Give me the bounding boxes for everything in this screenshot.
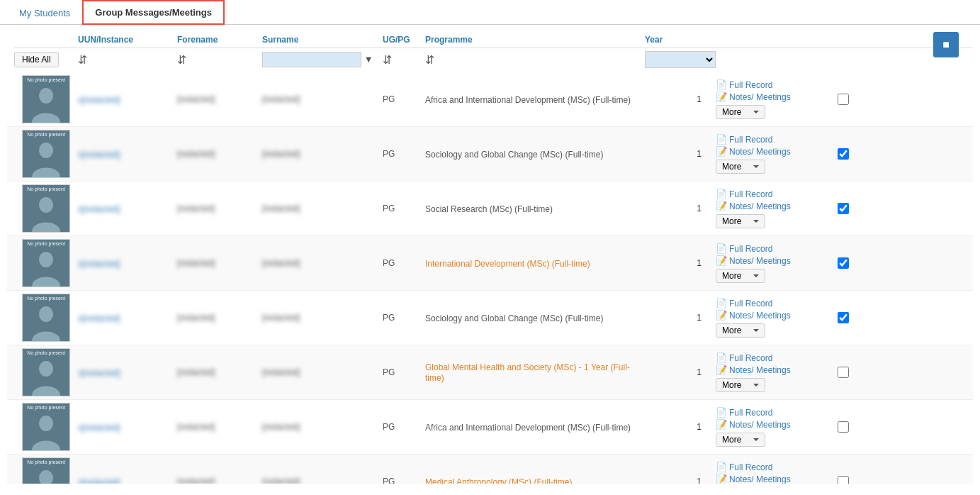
more-button[interactable]: More [716,433,765,447]
notes-meetings-link[interactable]: 📝 Notes/ Meetings [716,310,829,321]
ugpg-cell: PG [383,422,425,432]
actions-cell: 📄 Full Record 📝 Notes/ Meetings More [716,462,829,484]
ugpg-sort-icon[interactable]: ⇵ [383,54,392,66]
full-record-link[interactable]: 📄 Full Record [716,462,829,472]
avatar-silhouette [30,139,62,177]
notes-meetings-link[interactable]: 📝 Notes/ Meetings [716,91,829,102]
year-filter[interactable]: 1 2 [645,51,716,68]
more-button[interactable]: More [716,269,765,283]
uun-link[interactable]: s[redacted] [78,368,120,378]
hide-all-button[interactable]: Hide All [14,52,59,67]
avatar-cell: No photo present [14,239,78,287]
year-cell: 1 [645,367,716,377]
surname-cell: [redacted] [262,258,383,268]
more-button[interactable]: More [716,214,765,228]
avatar-silhouette [30,248,62,287]
header-programme: Programme [425,35,645,45]
full-record-link[interactable]: 📄 Full Record [716,189,829,199]
uun-cell: s[redacted] [78,94,177,105]
full-record-link[interactable]: 📄 Full Record [716,243,829,254]
header-forename: Forename [177,35,262,45]
surname-filter-icon[interactable]: ▼ [364,54,373,65]
svg-point-6 [39,416,53,431]
uun-sort-icon[interactable]: ⇵ [78,54,87,66]
group-icon: ■ [942,38,950,50]
uun-link[interactable]: s[redacted] [78,477,120,484]
full-record-link[interactable]: 📄 Full Record [716,298,829,308]
full-record-link[interactable]: 📄 Full Record [716,352,829,363]
programme-link[interactable]: International Development (MSc) (Full-ti… [425,259,590,269]
actions-cell: 📄 Full Record 📝 Notes/ Meetings More [716,189,829,228]
group-action-button[interactable]: ■ [933,32,959,57]
surname-cell: [redacted] [262,367,383,377]
notes-meetings-link[interactable]: 📝 Notes/ Meetings [716,201,829,211]
avatar-silhouette [30,194,62,232]
uun-cell: s[redacted] [78,258,177,269]
more-button[interactable]: More [716,105,765,119]
full-record-icon: 📄 [716,189,727,199]
student-checkbox[interactable] [838,257,849,269]
uun-link[interactable]: s[redacted] [78,95,120,105]
more-button[interactable]: More [716,323,765,338]
tab-group-messages[interactable]: Group Messages/Meetings [82,0,225,25]
programme-link[interactable]: Sociology and Global Change (MSc) (Full-… [425,313,603,323]
uun-cell: s[redacted] [78,149,177,160]
uun-link[interactable]: s[redacted] [78,204,120,214]
students-scroll-container[interactable]: No photo present s[redacted] [redacted] … [7,72,973,484]
programme-link[interactable]: Africa and International Development (MS… [425,95,631,105]
notes-meetings-link[interactable]: 📝 Notes/ Meetings [716,365,829,375]
forename-sort-icon[interactable]: ⇵ [177,54,186,66]
programme-link[interactable]: Sociology and Global Change (MSc) (Full-… [425,150,603,160]
student-checkbox[interactable] [838,148,849,160]
full-record-icon: 📄 [716,298,727,308]
programme-link[interactable]: Africa and International Development (MS… [425,423,631,433]
more-caret-icon [753,274,759,277]
forename-cell: [redacted] [177,204,262,213]
more-button[interactable]: More [716,378,765,392]
no-photo-label: No photo present [23,187,69,191]
programme-link[interactable]: Social Research (MSc) (Full-time) [425,204,553,214]
uun-link[interactable]: s[redacted] [78,313,120,323]
header-year: Year [645,35,716,45]
actions-cell: 📄 Full Record 📝 Notes/ Meetings More [716,407,829,447]
student-checkbox[interactable] [838,421,849,433]
no-photo-label: No photo present [23,405,69,410]
student-checkbox[interactable] [838,476,849,484]
programme-link[interactable]: Medical Anthropology (MSc) (Full-time) [425,477,572,484]
student-checkbox[interactable] [838,312,849,323]
student-checkbox[interactable] [838,203,849,214]
surname-filter[interactable] [262,52,361,67]
uun-cell: s[redacted] [78,477,177,484]
checkbox-cell [829,148,857,160]
more-label: More [722,271,741,281]
student-checkbox[interactable] [838,367,849,378]
header-surname: Surname [262,35,383,45]
more-label: More [722,326,741,335]
forename-cell: [redacted] [177,477,262,484]
table-row: No photo present s[redacted] [redacted] … [7,127,973,182]
student-checkbox[interactable] [838,94,849,105]
table-row: No photo present s[redacted] [redacted] … [7,182,973,236]
uun-link[interactable]: s[redacted] [78,150,120,160]
programme-sort-icon[interactable]: ⇵ [425,54,434,66]
more-button[interactable]: More [716,160,765,174]
uun-link[interactable]: s[redacted] [78,259,120,269]
notes-meetings-link[interactable]: 📝 Notes/ Meetings [716,419,829,430]
uun-link[interactable]: s[redacted] [78,423,120,433]
notes-meetings-link[interactable]: 📝 Notes/ Meetings [716,474,829,484]
svg-point-4 [39,306,53,322]
full-record-link[interactable]: 📄 Full Record [716,134,829,145]
student-list: No photo present s[redacted] [redacted] … [7,72,973,484]
tab-my-students[interactable]: My Students [7,1,82,25]
avatar-box: No photo present [22,348,70,396]
notes-meetings-link[interactable]: 📝 Notes/ Meetings [716,255,829,266]
no-photo-label: No photo present [23,132,69,137]
notes-meetings-link[interactable]: 📝 Notes/ Meetings [716,146,829,157]
full-record-link[interactable]: 📄 Full Record [716,79,829,90]
full-record-link[interactable]: 📄 Full Record [716,407,829,418]
svg-point-5 [39,361,53,377]
more-caret-icon [753,329,759,332]
no-photo-label: No photo present [23,241,69,246]
programme-link[interactable]: Global Mental Health and Society (MSc) -… [425,362,630,383]
more-caret-icon [753,165,759,168]
